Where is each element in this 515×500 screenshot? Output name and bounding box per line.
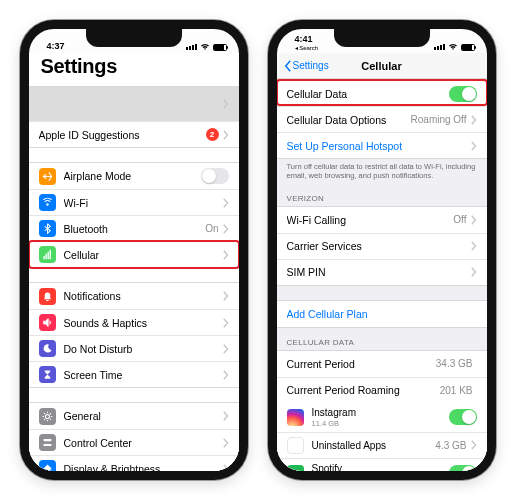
bluetooth-icon: [39, 220, 56, 237]
chevron-icon: [471, 241, 477, 251]
wifi-calling-row[interactable]: Wi-Fi Calling Off: [277, 207, 487, 233]
uninstalled-icon: [287, 437, 304, 454]
page-title: Settings: [41, 55, 227, 78]
hotspot-row[interactable]: Set Up Personal Hotspot: [277, 132, 487, 158]
bluetooth-row[interactable]: BluetoothOn: [29, 215, 239, 241]
dnd-row[interactable]: Do Not Disturb: [29, 335, 239, 361]
chevron-icon: [223, 370, 229, 380]
cellular-options-row[interactable]: Cellular Data Options Roaming Off: [277, 106, 487, 132]
switches-icon: [39, 434, 56, 451]
wifi-row[interactable]: Wi-Fi: [29, 189, 239, 215]
carrier-services-row[interactable]: Carrier Services: [277, 233, 487, 259]
chevron-icon: [223, 198, 229, 208]
cellular-content[interactable]: Cellular Data Cellular Data Options Roam…: [277, 79, 487, 471]
cellular-data-row[interactable]: Cellular Data: [277, 80, 487, 106]
cellular-data-toggle[interactable]: [449, 86, 477, 102]
cellular-data-label: Cellular Data: [287, 88, 449, 100]
chevron-icon: [223, 438, 229, 448]
controlcenter-row[interactable]: Control Center: [29, 429, 239, 455]
options-detail: Roaming Off: [411, 114, 467, 125]
chevron-icon: [223, 250, 229, 260]
display-icon: [39, 460, 56, 471]
notification-badge: 2: [206, 128, 219, 141]
chevron-icon: [223, 344, 229, 354]
airplane-row[interactable]: Airplane Mode: [29, 163, 239, 189]
cellular-icon: [39, 246, 56, 263]
general-row[interactable]: General: [29, 403, 239, 429]
phone-cellular: 4:41 ◂ Search Settings Cellular Cellular…: [268, 20, 496, 480]
row-label: Notifications: [64, 290, 223, 302]
wifi-icon: [448, 43, 458, 51]
row-label: Display & Brightness: [64, 463, 223, 472]
status-time: 4:41: [295, 35, 319, 44]
chevron-icon: [223, 99, 229, 109]
row-label: Airplane Mode: [64, 170, 201, 182]
spotify-icon: [287, 465, 304, 471]
airplane-toggle[interactable]: [201, 168, 229, 184]
add-plan-row[interactable]: Add Cellular Plan: [277, 301, 487, 327]
notch: [86, 29, 182, 47]
app-spotify-row[interactable]: Spotify3.6 GB: [277, 458, 487, 471]
gear-icon: [39, 408, 56, 425]
status-time: 4:37: [47, 42, 65, 51]
hotspot-label: Set Up Personal Hotspot: [287, 140, 471, 152]
chevron-icon: [471, 141, 477, 151]
svg-point-0: [45, 414, 49, 418]
row-label: Wi-Fi: [64, 197, 223, 209]
notch: [334, 29, 430, 47]
chevron-icon: [471, 267, 477, 277]
apple-id-suggestions-row[interactable]: Apple ID Suggestions 2: [29, 121, 239, 147]
battery-icon: [213, 44, 227, 51]
chevron-icon: [223, 291, 229, 301]
chevron-icon: [223, 411, 229, 421]
current-period-row: Current Period 34.3 GB: [277, 351, 487, 377]
wifi-icon: [39, 194, 56, 211]
sim-pin-row[interactable]: SIM PIN: [277, 259, 487, 285]
profile-row[interactable]: [29, 87, 239, 121]
signal-icon: [186, 44, 197, 50]
display-row[interactable]: Display & Brightness: [29, 455, 239, 471]
svg-rect-2: [43, 444, 51, 446]
phone-settings: 4:37 Settings Apple ID Suggestions 2: [20, 20, 248, 480]
battery-icon: [461, 44, 475, 51]
bell-icon: [39, 288, 56, 305]
signal-icon: [434, 44, 445, 50]
sounds-row[interactable]: Sounds & Haptics: [29, 309, 239, 335]
row-label: Cellular: [64, 249, 223, 261]
row-label: Control Center: [64, 437, 223, 449]
moon-icon: [39, 340, 56, 357]
navbar: Settings Cellular: [277, 53, 487, 79]
screentime-row[interactable]: Screen Time: [29, 361, 239, 387]
row-label: Screen Time: [64, 369, 223, 381]
roaming-row: Current Period Roaming 201 KB: [277, 377, 487, 403]
row-detail: On: [205, 223, 218, 234]
cellular-row[interactable]: Cellular: [29, 241, 239, 267]
hourglass-icon: [39, 366, 56, 383]
app-instagram-row[interactable]: Instagram11.4 GB: [277, 403, 487, 432]
svg-rect-1: [43, 439, 51, 441]
row-label: Sounds & Haptics: [64, 317, 223, 329]
options-label: Cellular Data Options: [287, 114, 411, 126]
wifi-icon: [200, 43, 210, 51]
spotify-toggle[interactable]: [449, 465, 477, 471]
row-label: Do Not Disturb: [64, 343, 223, 355]
instagram-icon: [287, 409, 304, 426]
carrier-header: VERIZON: [277, 184, 487, 206]
instagram-toggle[interactable]: [449, 409, 477, 425]
nav-title: Cellular: [277, 60, 487, 72]
chevron-icon: [223, 464, 229, 472]
chevron-icon: [223, 224, 229, 234]
row-label: Bluetooth: [64, 223, 206, 235]
chevron-icon: [471, 215, 477, 225]
screen-settings: 4:37 Settings Apple ID Suggestions 2: [29, 29, 239, 471]
row-label: General: [64, 410, 223, 422]
breadcrumb[interactable]: ◂ Search: [295, 45, 319, 51]
screen-cellular: 4:41 ◂ Search Settings Cellular Cellular…: [277, 29, 487, 471]
sound-icon: [39, 314, 56, 331]
settings-content[interactable]: Settings Apple ID Suggestions 2 Airplane…: [29, 53, 239, 471]
cellular-footer: Turn off cellular data to restrict all d…: [277, 159, 487, 184]
apple-id-label: Apple ID Suggestions: [39, 129, 206, 141]
notifications-row[interactable]: Notifications: [29, 283, 239, 309]
chevron-icon: [471, 115, 477, 125]
app-uninstalled-row[interactable]: Uninstalled Apps4.3 GB: [277, 432, 487, 458]
